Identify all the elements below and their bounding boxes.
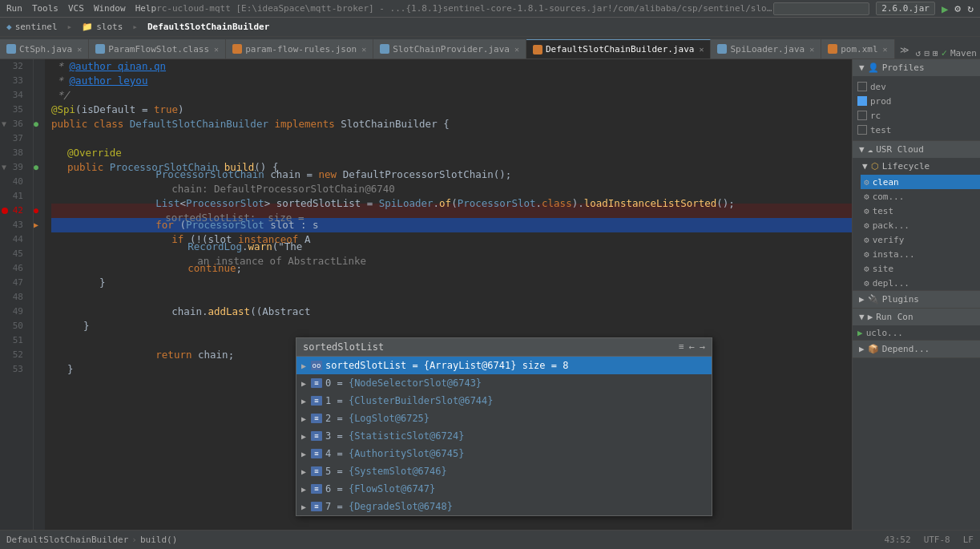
tab-paramRules[interactable]: param-flow-rules.json ✕ bbox=[226, 39, 373, 59]
tab-paramRules-close[interactable]: ✕ bbox=[361, 45, 366, 54]
popup-back-btn[interactable]: ← bbox=[689, 341, 695, 353]
checkbox-test[interactable] bbox=[857, 125, 867, 135]
breakpoint-42[interactable] bbox=[2, 208, 8, 214]
breadcrumb-class[interactable]: DefaultSlotChainBuilder bbox=[6, 535, 128, 545]
tab-pomXml-close[interactable]: ✕ bbox=[883, 45, 888, 54]
tab-defaultSlotChainBuilder-label: DefaultSlotChainBuilder.java bbox=[546, 44, 694, 54]
author-link-32[interactable]: @author qinan.qn bbox=[70, 59, 166, 74]
profile-dev[interactable]: dev bbox=[857, 79, 975, 94]
more-tabs-button[interactable]: ≫ bbox=[895, 42, 914, 59]
popup-main-var[interactable]: ▶ oo sortedSlotList = {ArrayList@6741} s… bbox=[296, 357, 712, 374]
project-builder[interactable]: DefaultSlotChainBuilder bbox=[147, 22, 269, 32]
profiles-header[interactable]: ▼ 👤 Profiles bbox=[853, 59, 980, 76]
menu-help[interactable]: Help bbox=[135, 3, 157, 14]
sync-icon[interactable]: ↺ bbox=[916, 48, 922, 59]
profile-rc[interactable]: rc bbox=[857, 108, 975, 123]
tab-slotChainProvider[interactable]: SlotChainProvider.java ✕ bbox=[373, 39, 526, 59]
sep1: ▸ bbox=[67, 22, 73, 32]
dep-section: ▶ 📦 Depend... bbox=[853, 341, 980, 358]
lifecycle-clean[interactable]: ⚙ clean bbox=[861, 175, 980, 189]
tab-pomXml-label: pom.xml bbox=[841, 44, 877, 54]
gutter-bp-42[interactable]: ● bbox=[34, 204, 38, 218]
project-sentinel[interactable]: ◆ sentinel bbox=[6, 22, 58, 32]
tab-defaultSlotChainBuilder[interactable]: DefaultSlotChainBuilder.java ✕ bbox=[526, 39, 711, 59]
project-slots[interactable]: 📁 slots bbox=[82, 22, 123, 32]
maven-label[interactable]: Maven bbox=[950, 48, 977, 59]
lifecycle-site[interactable]: ⚙ site bbox=[861, 261, 980, 276]
popup-text-1: 1 = {ClusterBuilderSlot@6744} bbox=[325, 395, 707, 406]
menu-vcs[interactable]: VCS bbox=[68, 3, 84, 14]
profile-prod[interactable]: prod bbox=[857, 94, 975, 108]
run-con-header[interactable]: ▼ ▶ Run Con bbox=[853, 309, 980, 325]
checkbox-dev[interactable] bbox=[857, 82, 867, 91]
popup-arrow-0[interactable]: ▶ bbox=[301, 379, 311, 388]
menu-run[interactable]: Run bbox=[6, 3, 22, 14]
profile-test[interactable]: test bbox=[857, 123, 975, 137]
popup-arrow-1[interactable]: ▶ bbox=[301, 397, 311, 406]
lifecycle-compile[interactable]: ⚙ com... bbox=[861, 189, 980, 204]
editor[interactable]: 32 33 34 35 ▼36 37 38 ▼39 40 41 42 43 44… bbox=[0, 59, 852, 530]
popup-expand-arrow[interactable]: ▶ bbox=[301, 361, 311, 370]
lifecycle-package[interactable]: ⚙ pack... bbox=[861, 218, 980, 232]
lifecycle-header[interactable]: ▼ ⬡ Lifecycle bbox=[859, 158, 980, 175]
update-icon[interactable]: ↻ bbox=[967, 2, 974, 14]
plugins-header[interactable]: ▶ 🔌 Plugins bbox=[853, 291, 980, 308]
menu-window[interactable]: Window bbox=[94, 3, 126, 14]
menu-tools[interactable]: Tools bbox=[32, 3, 58, 14]
popup-item-4[interactable]: ▶ ≡ 4 = {AuthoritySlot@6745} bbox=[296, 445, 712, 462]
tab-pomXml[interactable]: pom.xml ✕ bbox=[821, 39, 894, 59]
gutter-run-39[interactable]: ● bbox=[34, 160, 38, 175]
tab-paramRules-label: param-flow-rules.json bbox=[245, 44, 357, 54]
fold-icon-36[interactable]: ▼ bbox=[2, 117, 6, 131]
run-con-uclo[interactable]: ▶ uclo... bbox=[854, 325, 980, 340]
popup-list-icon[interactable]: ≡ bbox=[679, 341, 684, 353]
usr-cloud-expand: ▼ bbox=[859, 144, 865, 155]
popup-arrow-5[interactable]: ▶ bbox=[301, 467, 311, 476]
popup-item-3[interactable]: ▶ ≡ 3 = {StatisticSlot@6724} bbox=[296, 427, 712, 445]
run-con-uclo-label: uclo... bbox=[866, 328, 903, 338]
tab-paramFlowSlot-close[interactable]: ✕ bbox=[214, 45, 219, 54]
collapse-icon[interactable]: ⊟ bbox=[924, 48, 930, 59]
tab-slotChainProvider-close[interactable]: ✕ bbox=[514, 45, 519, 54]
expand-icon[interactable]: ⊞ bbox=[933, 48, 938, 59]
window-title: rc-ucloud-mqtt [E:\ideaSpace\mqtt-broker… bbox=[156, 3, 773, 14]
author-link-33[interactable]: @author leyou bbox=[70, 74, 148, 88]
popup-item-7[interactable]: ▶ ≡ 7 = {DegradeSlot@6748} bbox=[296, 498, 712, 515]
lifecycle-test[interactable]: ⚙ test bbox=[861, 204, 980, 218]
popup-arrow-2[interactable]: ▶ bbox=[301, 414, 311, 423]
sentinel-icon: ◆ bbox=[6, 22, 12, 32]
popup-item-6[interactable]: ▶ ≡ 6 = {FlowSlot@6747} bbox=[296, 480, 712, 498]
popup-arrow-3[interactable]: ▶ bbox=[301, 432, 311, 441]
popup-item-1[interactable]: ▶ ≡ 1 = {ClusterBuilderSlot@6744} bbox=[296, 392, 712, 410]
tab-ctSph-close[interactable]: ✕ bbox=[77, 45, 82, 54]
breadcrumb-method[interactable]: build() bbox=[140, 535, 177, 545]
fold-icon-39[interactable]: ▼ bbox=[2, 160, 6, 175]
lifecycle-install[interactable]: ⚙ insta... bbox=[861, 247, 980, 261]
popup-forward-btn[interactable]: → bbox=[700, 341, 705, 353]
lifecycle-verify[interactable]: ⚙ verify bbox=[861, 232, 980, 247]
profiles-expand: ▼ bbox=[859, 63, 865, 73]
checkbox-prod[interactable] bbox=[857, 96, 867, 106]
dep-header[interactable]: ▶ 📦 Depend... bbox=[853, 341, 980, 357]
checkbox-rc[interactable] bbox=[857, 111, 867, 120]
tab-defaultSlotChainBuilder-close[interactable]: ✕ bbox=[699, 45, 704, 54]
tab-spiLoader-close[interactable]: ✕ bbox=[809, 45, 814, 54]
global-search[interactable] bbox=[773, 2, 869, 15]
settings-icon[interactable]: ⚙ bbox=[954, 2, 961, 14]
tab-ctSph[interactable]: CtSph.java ✕ bbox=[0, 39, 89, 59]
popup-arrow-4[interactable]: ▶ bbox=[301, 450, 311, 458]
popup-item-2[interactable]: ▶ ≡ 2 = {LogSlot@6725} bbox=[296, 410, 712, 427]
popup-arrow-7[interactable]: ▶ bbox=[301, 503, 311, 511]
tab-paramFlowSlot[interactable]: ParamFlowSlot.class ✕ bbox=[89, 39, 226, 59]
lifecycle-deploy[interactable]: ⚙ depl... bbox=[861, 276, 980, 290]
popup-arrow-6[interactable]: ▶ bbox=[301, 485, 311, 494]
usr-cloud-header[interactable]: ▼ ☁ USR Cloud bbox=[853, 141, 980, 158]
dep-icon: 📦 bbox=[868, 344, 879, 354]
tab-spiLoader[interactable]: SpiLoader.java ✕ bbox=[711, 39, 821, 59]
code-line-32: * @author qinan.qn bbox=[51, 59, 852, 74]
popup-item-5[interactable]: ▶ ≡ 5 = {SystemSlot@6746} bbox=[296, 462, 712, 480]
popup-item-0[interactable]: ▶ ≡ 0 = {NodeSelectorSlot@6743} bbox=[296, 374, 712, 392]
check-icon[interactable]: ✓ bbox=[942, 47, 947, 59]
run-button[interactable]: ▶ bbox=[942, 2, 948, 15]
gutter-run-36[interactable]: ● bbox=[34, 117, 38, 131]
